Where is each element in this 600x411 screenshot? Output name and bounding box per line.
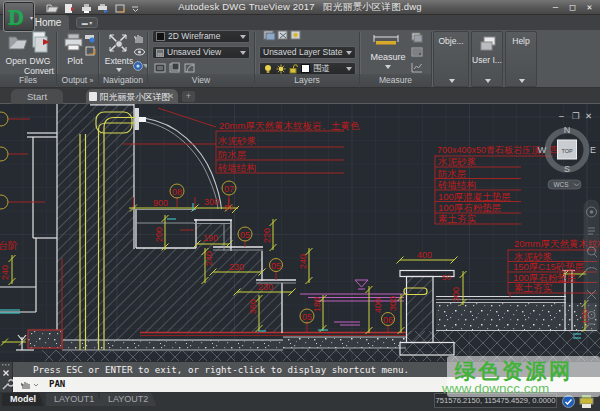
footing	[28, 330, 62, 348]
steps-label: 台阶	[0, 240, 18, 251]
status-bar: Model LAYOUT1 LAYOUT2 751576.2150, 11547…	[0, 392, 600, 411]
wcs-dropdown[interactable]: WCS	[548, 180, 581, 189]
open-file-icon[interactable]	[46, 3, 59, 14]
publish-icon[interactable]	[114, 3, 127, 14]
dim-360: 360	[248, 299, 258, 314]
qat-dropdown-icon[interactable]	[131, 3, 140, 14]
wcs-label[interactable]: WCS	[553, 181, 569, 188]
panel-object[interactable]: Obje...	[433, 31, 469, 87]
bubble-08: 08	[172, 187, 182, 197]
measure-button-label[interactable]: Measure	[360, 52, 416, 62]
bubble-05a: 05	[240, 230, 250, 240]
block1-row2: 防水层	[218, 149, 247, 160]
measure-caret-icon[interactable]	[385, 65, 391, 69]
measure-tools-icons[interactable]	[410, 32, 424, 74]
layer-state-caret-icon	[346, 51, 352, 55]
viewcube-top-face[interactable]: TOP	[561, 148, 573, 154]
command-dock-grip[interactable]	[0, 362, 13, 392]
wall-hatch	[57, 104, 134, 340]
dwg-convert-label1[interactable]: DWG	[26, 56, 54, 66]
doc-minimize-button[interactable]: –	[559, 111, 564, 121]
viewcube-south[interactable]: S	[564, 164, 570, 174]
bubble-06: 06	[383, 315, 393, 325]
tab-layout1[interactable]: LAYOUT1	[46, 393, 102, 406]
page-setup-icon[interactable]	[85, 45, 97, 56]
extents-caret-icon[interactable]	[116, 68, 122, 72]
block3-row1: 水泥砂浆	[513, 251, 553, 262]
dim-900: 900	[153, 198, 168, 208]
viewport-tools-icons[interactable]	[154, 62, 198, 74]
pan-icon[interactable]	[133, 32, 146, 44]
maximize-button[interactable]: □	[566, 2, 579, 13]
view-state-dropdown[interactable]: m Unsaved View	[152, 46, 250, 59]
dim-220: 220	[262, 228, 272, 243]
panel-measure-label: Measure	[360, 74, 431, 87]
tab-start[interactable]: Start	[11, 89, 63, 104]
layer-tools-icons[interactable]	[263, 30, 303, 41]
batch-plot-small-icon[interactable]	[84, 33, 96, 43]
open-button-icon[interactable]	[7, 33, 29, 53]
tab-model[interactable]: Model	[2, 393, 44, 406]
spout-plate	[135, 108, 140, 130]
drawing-viewport[interactable]: 900 300 50 200 190 220 240 230 240 230 3…	[0, 104, 600, 362]
dwg-convert-icon[interactable]	[63, 3, 76, 14]
visual-style-caret-icon	[240, 35, 246, 39]
dim-190: 190	[203, 233, 218, 243]
dim-cap50: 50	[442, 273, 451, 282]
ribbon: Open DWG Convert Files Plot Output »	[0, 30, 600, 88]
zoom-extents-icon[interactable]	[107, 32, 129, 54]
bubble-05c: 05	[302, 312, 312, 322]
new-tab-button[interactable]: +	[182, 91, 195, 102]
panel-layers-label: Layers	[255, 74, 359, 87]
application-menu-button[interactable]: D ▾	[3, 1, 35, 32]
tab-layout2[interactable]: LAYOUT2	[100, 393, 156, 406]
batch-plot-icon[interactable]	[97, 3, 110, 14]
panel-help[interactable]: Help	[505, 31, 537, 87]
layer-caret-icon	[346, 67, 352, 71]
plot-status-icon[interactable]	[579, 394, 595, 409]
close-button[interactable]: ✕	[583, 2, 596, 13]
viewcube-north[interactable]: N	[564, 125, 571, 135]
document-title: 阳光丽景小区详图.dwg	[323, 1, 421, 12]
ribbon-style-toggle[interactable]: ▬ ▾	[76, 17, 98, 28]
visual-style-dropdown[interactable]: 2D Wireframe	[152, 30, 250, 43]
dwg-trueview-window: Autodesk DWG TrueView 2017 阳光丽景小区详图.dwg …	[0, 0, 600, 411]
dim-300a: 300	[388, 296, 398, 311]
block3-row3: 100厚石粉垫层	[513, 272, 576, 283]
orbit-icon[interactable]	[133, 46, 146, 58]
plot-icon[interactable]	[80, 3, 93, 14]
navigation-bar[interactable]	[584, 200, 599, 333]
dim-50: 50	[224, 203, 233, 212]
dim-240l: 240	[0, 265, 10, 280]
panel-user-interface[interactable]: User I...	[471, 31, 503, 87]
app-menu-caret-icon: ▾	[30, 14, 33, 21]
bubble-07: 07	[224, 184, 234, 194]
layer-thaw-sun-icon	[276, 64, 286, 74]
quick-access-toolbar	[46, 2, 140, 14]
layer-state-dropdown[interactable]: Unsaved Layer State	[259, 46, 356, 59]
dim-300: 300	[204, 197, 219, 207]
command-input[interactable]: PAN	[13, 377, 600, 392]
annotation-monitor-icon[interactable]	[561, 394, 576, 409]
plot-button-label[interactable]: Plot	[57, 56, 93, 66]
viewcube-west[interactable]: W	[538, 145, 547, 155]
block2-row5: 100厚石粉垫层	[438, 202, 501, 213]
doc-close-button[interactable]: ✕	[585, 111, 592, 121]
viewcube-east[interactable]: E	[590, 145, 596, 155]
doc-restore-button[interactable]: ❐	[572, 111, 580, 121]
measure-button-icon[interactable]	[372, 33, 400, 47]
command-close-icon[interactable]	[4, 371, 9, 376]
panel-navigation: Extents Navigation	[99, 30, 147, 87]
drawing-file-icon	[89, 92, 97, 101]
dwg-convert-button-icon[interactable]	[31, 31, 51, 54]
pan-cursor-icon	[15, 377, 39, 392]
layer-name: 围道	[313, 63, 330, 74]
plot-button-icon[interactable]	[63, 32, 85, 53]
tab-active-drawing[interactable]: 阳光丽景小区详图 ✕	[86, 89, 178, 104]
command-wrench-icon[interactable]	[3, 380, 13, 389]
dim-240a: 240	[204, 251, 214, 266]
command-history[interactable]: Press ESC or ENTER to exit, or right-cli…	[13, 362, 600, 377]
minimize-button[interactable]: –	[549, 2, 562, 13]
visual-style-swatch-icon	[156, 32, 165, 41]
tab-close-icon[interactable]: ✕	[167, 89, 174, 104]
